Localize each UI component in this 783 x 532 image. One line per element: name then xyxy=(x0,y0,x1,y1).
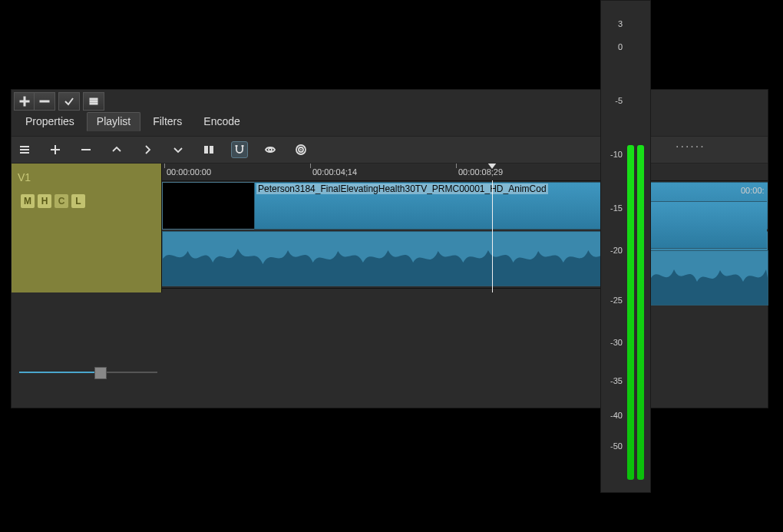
meter-label: -20 xyxy=(610,246,623,255)
meter-label: 3 xyxy=(618,19,623,28)
meter-bar-left xyxy=(627,145,634,480)
meter-label: -10 xyxy=(610,150,623,159)
timeline-down-button[interactable] xyxy=(170,141,187,158)
minus-icon xyxy=(39,96,50,107)
editor-panel: Properties Playlist Filters Encode xyxy=(11,89,768,408)
split-icon xyxy=(203,144,215,156)
svg-rect-2 xyxy=(40,101,49,102)
tab-properties[interactable]: Properties xyxy=(16,113,84,131)
apply-button-wrapper xyxy=(58,92,80,111)
svg-rect-6 xyxy=(20,146,29,147)
panel-menu-button[interactable] xyxy=(84,93,104,110)
meter-bars xyxy=(627,145,644,480)
meter-label: -50 xyxy=(610,441,623,451)
svg-rect-4 xyxy=(90,101,97,102)
track-toggle-hide[interactable]: H xyxy=(38,194,51,208)
timeline-remove-button[interactable] xyxy=(78,141,94,158)
menu-button-wrapper xyxy=(83,92,104,111)
svg-rect-8 xyxy=(20,152,29,154)
scrub-button[interactable] xyxy=(262,141,279,158)
svg-rect-10 xyxy=(51,149,60,150)
remove-button[interactable] xyxy=(35,93,55,110)
svg-rect-7 xyxy=(20,149,29,150)
chevron-right-icon xyxy=(141,144,154,156)
toolbar-overflow-ellipsis: ...... xyxy=(676,137,705,150)
check-icon xyxy=(64,96,74,107)
track-toggles: M H C L xyxy=(21,194,85,208)
panel-top-buttons xyxy=(12,90,768,111)
track-head-v1[interactable]: V1 M H C L xyxy=(12,164,162,292)
add-remove-pair xyxy=(14,92,55,111)
clip-video-right-fragment[interactable] xyxy=(650,201,767,249)
timeline-menu-button[interactable] xyxy=(16,141,33,158)
magnet-icon xyxy=(233,144,246,156)
audio-peak-meter[interactable]: 3 0 -5 -10 -15 -20 -25 -30 -35 -40 -50 xyxy=(600,0,651,493)
timeline-up-button[interactable] xyxy=(108,141,125,158)
svg-rect-12 xyxy=(204,146,208,154)
meter-label: -40 xyxy=(610,411,623,420)
svg-rect-1 xyxy=(20,101,29,102)
menu-icon xyxy=(88,96,99,107)
track-toggle-lock[interactable]: L xyxy=(71,194,85,208)
meter-label: -30 xyxy=(610,338,623,347)
timeline-zoom-slider[interactable] xyxy=(19,365,157,380)
meter-scale: 3 0 -5 -10 -15 -20 -25 -30 -35 -40 -50 xyxy=(603,1,626,492)
tab-playlist[interactable]: Playlist xyxy=(87,112,140,131)
tab-encode[interactable]: Encode xyxy=(194,113,249,131)
ripple-button[interactable] xyxy=(292,141,309,158)
svg-rect-5 xyxy=(90,103,97,104)
tab-filters[interactable]: Filters xyxy=(144,113,191,131)
playhead[interactable] xyxy=(492,180,493,292)
track-toggle-composite[interactable]: C xyxy=(55,194,68,208)
zoom-slider-handle[interactable] xyxy=(94,367,107,379)
timeline-toolbar xyxy=(12,136,768,164)
clip-title: Peterson3184_FinalElevatingHealth30TV_PR… xyxy=(256,183,548,194)
panel-tabs: Properties Playlist Filters Encode xyxy=(12,111,768,131)
chevron-down-icon xyxy=(172,144,184,156)
svg-rect-11 xyxy=(81,149,91,150)
timeline-add-button[interactable] xyxy=(47,141,64,158)
ruler-tick: 00:00: xyxy=(741,186,765,195)
waveform-icon xyxy=(651,251,768,305)
playhead-caret[interactable] xyxy=(487,164,497,169)
clip-black[interactable] xyxy=(162,182,256,230)
eye-icon xyxy=(264,144,276,156)
meter-bar-right xyxy=(637,145,644,480)
track-name-label: V1 xyxy=(18,171,31,183)
snap-button[interactable] xyxy=(231,141,248,158)
plus-icon xyxy=(49,144,61,156)
meter-label: -35 xyxy=(610,376,623,385)
meter-label: -15 xyxy=(610,203,623,213)
svg-rect-3 xyxy=(90,98,97,100)
timeline-right-button[interactable] xyxy=(139,141,156,158)
minus-icon xyxy=(80,144,92,156)
apply-button[interactable] xyxy=(59,93,79,110)
track-toggle-mute[interactable]: M xyxy=(21,194,35,208)
svg-point-19 xyxy=(300,149,302,150)
meter-label: -25 xyxy=(610,296,623,305)
clip-audio-right-fragment[interactable] xyxy=(650,250,768,306)
ruler-tick: 00:00:00:00 xyxy=(167,167,211,177)
split-button[interactable] xyxy=(200,141,217,158)
ruler-tick: 00:00:04;14 xyxy=(312,167,357,177)
menu-icon xyxy=(18,144,31,156)
timeline-ruler[interactable]: 00:00:00:00 00:00:04;14 00:00:08;29 xyxy=(162,164,768,181)
svg-point-16 xyxy=(269,148,272,151)
meter-label: -5 xyxy=(615,96,623,105)
add-button[interactable] xyxy=(15,93,35,110)
zoom-slider-fill xyxy=(19,372,94,373)
plus-icon xyxy=(19,96,30,107)
chevron-up-icon xyxy=(111,144,123,156)
target-icon xyxy=(295,144,307,156)
meter-label: 0 xyxy=(618,42,623,51)
svg-rect-13 xyxy=(210,146,213,154)
